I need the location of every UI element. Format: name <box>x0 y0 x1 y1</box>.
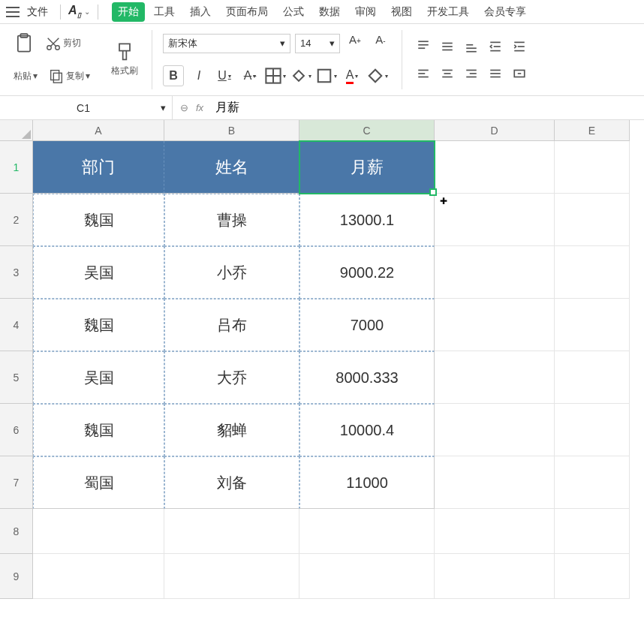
cell-b3[interactable]: 小乔 <box>164 246 299 299</box>
cell-c2[interactable]: 13000.1 <box>299 194 435 246</box>
strikethrough-button[interactable]: A▾ <box>239 65 260 86</box>
paste-button[interactable] <box>11 32 38 56</box>
column-header-c[interactable]: C <box>299 120 435 141</box>
cell-b4[interactable]: 吕布 <box>164 299 299 351</box>
decrease-font-button[interactable]: A- <box>370 33 391 54</box>
column-header-a[interactable]: A <box>33 120 164 141</box>
tab-dev[interactable]: 开发工具 <box>421 2 475 22</box>
column-header-e[interactable]: E <box>555 120 630 141</box>
font-name-select[interactable]: 新宋体 ▾ <box>163 34 290 53</box>
cut-button[interactable]: 剪切 <box>42 34 84 53</box>
cell-e1[interactable] <box>555 141 630 194</box>
formula-input[interactable] <box>211 101 436 115</box>
cell-a3[interactable]: 吴国 <box>33 246 164 299</box>
cell-a5[interactable]: 吴国 <box>33 351 164 404</box>
row-header-1[interactable]: 1 <box>0 141 33 194</box>
cell-b7[interactable]: 刘备 <box>164 456 299 509</box>
cell-d4[interactable] <box>435 299 555 351</box>
cell-b8[interactable] <box>164 509 299 554</box>
cell-e6[interactable] <box>555 404 630 456</box>
cell-a4[interactable]: 魏国 <box>33 299 164 351</box>
increase-font-button[interactable]: A+ <box>345 33 366 54</box>
cell-b2[interactable]: 曹操 <box>164 194 299 246</box>
align-left-button[interactable] <box>413 62 434 86</box>
cell-a7[interactable]: 蜀国 <box>33 456 164 509</box>
align-justify-button[interactable] <box>485 62 506 86</box>
row-header-5[interactable]: 5 <box>0 351 33 404</box>
fill-handle[interactable] <box>429 188 437 196</box>
tab-vip[interactable]: 会员专享 <box>478 2 532 22</box>
row-header-4[interactable]: 4 <box>0 299 33 351</box>
name-box[interactable]: C1 ▾ <box>0 96 173 119</box>
cell-e5[interactable] <box>555 351 630 404</box>
cell-e2[interactable] <box>555 194 630 246</box>
row-header-7[interactable]: 7 <box>0 456 33 509</box>
cell-a6[interactable]: 魏国 <box>33 404 164 456</box>
column-header-b[interactable]: B <box>164 120 299 141</box>
tab-review[interactable]: 审阅 <box>349 2 382 22</box>
cell-d9[interactable] <box>435 554 555 599</box>
cancel-button[interactable]: ⊖ <box>180 102 188 113</box>
cell-a9[interactable] <box>33 554 164 599</box>
tab-data[interactable]: 数据 <box>313 2 346 22</box>
tab-insert[interactable]: 插入 <box>184 2 217 22</box>
tab-view[interactable]: 视图 <box>385 2 418 22</box>
merge-cells-button[interactable] <box>509 62 530 86</box>
bold-button[interactable]: B <box>163 65 184 86</box>
border-button[interactable]: ▾ <box>265 65 286 86</box>
row-header-3[interactable]: 3 <box>0 246 33 299</box>
cell-e7[interactable] <box>555 456 630 509</box>
tab-start[interactable]: 开始 <box>112 2 145 22</box>
italic-button[interactable]: I <box>188 65 209 86</box>
cell-a8[interactable] <box>33 509 164 554</box>
cell-a2[interactable]: 魏国 <box>33 194 164 246</box>
cell-c7[interactable]: 11000 <box>299 456 435 509</box>
row-header-6[interactable]: 6 <box>0 404 33 456</box>
cell-d3[interactable] <box>435 246 555 299</box>
fill-color-button[interactable]: ▾ <box>290 65 311 86</box>
font-size-select[interactable]: 14 ▾ <box>295 34 340 53</box>
table-header-name[interactable]: 姓名 <box>164 141 299 194</box>
menu-file[interactable]: 文件 <box>27 5 48 19</box>
select-all-corner[interactable] <box>0 120 33 141</box>
cell-e9[interactable] <box>555 554 630 599</box>
cell-d7[interactable] <box>435 456 555 509</box>
font-color-button[interactable]: A▾ <box>342 65 363 86</box>
cell-c4[interactable]: 7000 <box>299 299 435 351</box>
cell-e3[interactable] <box>555 246 630 299</box>
indent-decrease-button[interactable] <box>485 35 506 59</box>
cell-d1[interactable] <box>435 141 555 194</box>
tab-formula[interactable]: 公式 <box>277 2 310 22</box>
align-middle-button[interactable] <box>437 35 458 59</box>
cell-c9[interactable] <box>299 554 435 599</box>
highlight-button[interactable]: ▾ <box>367 65 388 86</box>
cell-c3[interactable]: 9000.22 <box>299 246 435 299</box>
fx-button[interactable]: fx <box>196 102 203 113</box>
align-center-button[interactable] <box>437 62 458 86</box>
hamburger-icon[interactable] <box>6 7 20 17</box>
column-header-d[interactable]: D <box>435 120 555 141</box>
dropdown-caret-icon[interactable]: ⌄ <box>84 8 90 16</box>
cell-d8[interactable] <box>435 509 555 554</box>
format-painter-button[interactable]: 格式刷 <box>108 41 141 79</box>
row-header-2[interactable]: 2 <box>0 194 33 246</box>
a-format-icon[interactable]: A▯ <box>68 4 81 19</box>
cell-b9[interactable] <box>164 554 299 599</box>
align-top-button[interactable] <box>413 35 434 59</box>
indent-increase-button[interactable] <box>509 35 530 59</box>
paste-label-btn[interactable]: 粘贴▾ <box>11 68 41 84</box>
cell-d6[interactable] <box>435 404 555 456</box>
align-bottom-button[interactable] <box>461 35 482 59</box>
cell-b5[interactable]: 大乔 <box>164 351 299 404</box>
cell-e4[interactable] <box>555 299 630 351</box>
table-header-salary[interactable]: 月薪 <box>299 141 435 194</box>
cell-b6[interactable]: 貂蝉 <box>164 404 299 456</box>
table-header-dept[interactable]: 部门 <box>33 141 164 194</box>
cell-c8[interactable] <box>299 509 435 554</box>
tab-page-layout[interactable]: 页面布局 <box>220 2 274 22</box>
align-right-button[interactable] <box>461 62 482 86</box>
cell-style-button[interactable]: ▾ <box>316 65 337 86</box>
underline-button[interactable]: U▾ <box>214 65 235 86</box>
row-header-8[interactable]: 8 <box>0 509 33 554</box>
row-header-9[interactable]: 9 <box>0 554 33 599</box>
